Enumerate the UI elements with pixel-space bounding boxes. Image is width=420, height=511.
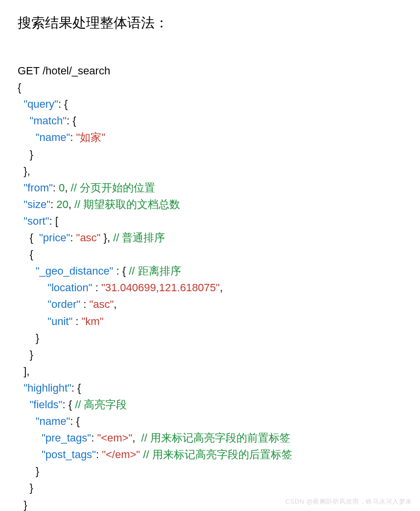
punct: , [220,281,223,294]
brace-open: { [18,81,21,93]
comment-pre-tags: // 用来标记高亮字段的前置标签 [141,432,290,444]
punct: : [53,182,59,194]
punct: : { [71,382,81,394]
key-query: "query" [23,98,58,110]
request-line: GET /hotel/_search [18,65,110,77]
punct: , [114,298,117,310]
value-em-close: "</em>" [102,448,140,461]
punct: }, [100,232,110,244]
key-name: "name" [36,131,70,143]
brace-open: { [29,232,39,244]
punct: : { [67,115,76,127]
brace-close: } [36,465,39,477]
punct: : [50,198,56,210]
value-asc: "asc" [76,232,101,244]
value-km: "km" [82,315,104,327]
punct: : [80,298,89,310]
code-block: GET /hotel/_search { "query": { "match":… [18,46,402,511]
value-rujia: "如家" [76,131,106,143]
key-price: "price" [39,232,70,244]
key-highlight: "highlight" [23,382,71,394]
key-post-tags: "post_tags" [42,448,96,461]
key-sort: "sort" [23,215,49,227]
punct: , [65,182,70,194]
key-match: "match" [29,115,67,127]
punct: : { [62,398,72,411]
punct: : { [58,98,68,110]
punct: : [91,432,97,444]
punct: : [70,232,76,244]
key-fields: "fields" [29,398,62,411]
value-twenty: 20 [56,198,68,210]
punct: : [93,281,101,294]
comment-post-tags: // 用来标记高亮字段的后置标签 [143,448,292,461]
bracket-close-comma: ], [23,365,29,377]
key-size: "size" [23,198,50,210]
punct: , [132,432,141,444]
brace-close: } [29,348,33,361]
key-location: "location" [47,281,92,294]
key-order: "order" [47,298,80,310]
comment-from: // 分页开始的位置 [71,182,155,194]
brace-close: } [29,482,33,494]
value-asc-order: "asc" [89,298,114,310]
brace-close: } [36,332,39,344]
value-zero: 0 [59,182,65,194]
key-geo-distance: "_geo_distance" [36,265,114,277]
brace-close: } [23,499,27,511]
watermark: CSDN @夜阑卧听风吹雨，铁马冰河入梦来 [285,497,412,506]
brace-close-comma: }, [23,165,30,177]
punct: : [ [49,215,58,227]
comment-geo-sort: // 距离排序 [129,265,181,277]
brace-open: { [29,248,33,260]
comment-fields: // 高亮字段 [75,398,127,411]
key-from: "from" [23,182,53,194]
punct: : { [113,265,126,277]
punct: : [72,315,81,327]
comment-price-sort: // 普通排序 [113,232,165,244]
comment-size: // 期望获取的文档总数 [74,198,180,210]
punct: , [69,198,74,210]
page-title: 搜索结果处理整体语法： [18,14,402,32]
punct: : [70,131,76,143]
key-pre-tags: "pre_tags" [42,432,91,444]
punct: : { [70,415,80,427]
value-location: "31.040699,121.618075" [101,281,220,294]
brace-close: } [29,148,33,161]
key-unit: "unit" [47,315,72,327]
punct: : [96,448,102,461]
value-em-open: "<em>" [97,432,132,444]
key-name-hl: "name" [36,415,70,427]
